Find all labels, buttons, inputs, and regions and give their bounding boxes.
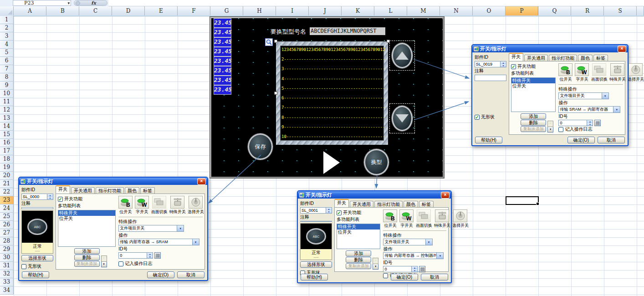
column-header-A[interactable]: A [14,6,46,15]
row-header-5[interactable]: 5 [0,49,14,57]
row-header-23[interactable]: 23 [0,196,14,204]
row-header-27[interactable]: 27 [0,229,14,237]
column-header-P[interactable]: P [506,6,538,15]
special-op-dropdown[interactable]: 文件项目开关 ▼ [383,239,432,245]
column-header-C[interactable]: C [79,6,112,15]
hmi-model-value-field[interactable]: ABCDEFGHIJKLMNOPQRST [310,27,385,35]
play-arrow-graphic[interactable] [323,151,340,174]
switch-type-0[interactable]: B位开关 [118,196,133,215]
list-item-0[interactable]: 特殊开关 [511,78,555,83]
switch-type-1[interactable]: W字开关 [135,196,149,215]
row-header-8[interactable]: 8 [0,73,14,82]
row-header-34[interactable]: 34 [0,286,14,295]
switch-type-0[interactable]: B位开关 [383,209,397,229]
list-item-1[interactable]: 位开关 [337,230,380,235]
cancel-button[interactable]: 取消 [598,137,625,143]
column-header-F[interactable]: F [178,6,210,15]
id-spinner[interactable]: 0 ▲▼ [383,266,418,272]
switch-type-3[interactable]: 特殊开关 [609,63,625,82]
row-header-6[interactable]: 6 [0,57,14,65]
row-header-17[interactable]: 17 [0,147,14,155]
row-header-28[interactable]: 28 [0,237,14,245]
keypad-button[interactable] [594,120,601,126]
select-shape-button[interactable]: 选择形状 [21,255,53,261]
multi-function-listbox[interactable]: 特殊开关位开关 [58,210,116,247]
numeric-display-7[interactable]: 23.45 [214,85,231,95]
switch-type-3[interactable]: 特殊开关 [169,196,185,215]
row-header-31[interactable]: 31 [0,262,14,270]
tab-0[interactable]: 开关 [56,185,70,194]
row-header-26[interactable]: 26 [0,221,14,229]
dialog-titlebar[interactable]: 开关/指示灯 × [19,178,207,185]
copy-add-dropdown[interactable]: - ▼ [547,121,553,133]
tab-1[interactable]: 开关通用 [524,55,548,61]
row-header-16[interactable]: 16 [0,139,14,147]
switch-dialog-sl0000[interactable]: 开关/指示灯 × 部件ID SL_0000 ▲▼ 注释 ABC 正常 - [18,177,208,281]
numeric-display-6[interactable]: 23.45 [214,76,231,85]
comment-field[interactable] [475,75,506,81]
tab-0[interactable]: 开关 [509,53,523,61]
add-button[interactable]: 添加 [346,250,371,256]
select-all-corner[interactable] [0,6,14,15]
numeric-display-5[interactable]: 23.45 [214,66,231,76]
column-header-E[interactable]: E [145,6,178,15]
tab-3[interactable]: 颜色 [578,55,593,61]
operation-dropdown[interactable]: 传输 内部寄存器 → SRAM ▼ [118,239,199,245]
column-header-D[interactable]: D [112,6,145,15]
hmi-screen-panel[interactable]: 23.4523.4523.4523.4523.4523.4523.4523.45… [210,17,444,178]
column-header-R[interactable]: R [571,6,604,15]
ok-button[interactable]: 确定(O) [147,271,174,278]
operation-dropdown[interactable]: 传输 SRAM → 内部寄存器 ▼ [558,106,620,113]
column-header-S[interactable]: S [604,6,637,15]
column-header-J[interactable]: J [309,6,342,15]
list-item-1[interactable]: 位开关 [58,216,115,221]
column-header-O[interactable]: O [473,6,506,15]
insert-function-button[interactable]: fx [74,0,107,6]
column-header-H[interactable]: H [243,6,276,15]
row-header-9[interactable]: 9 [0,82,14,90]
fill-handle[interactable] [536,202,539,205]
formula-input[interactable] [108,0,644,6]
list-item-0[interactable]: 特殊开关 [58,210,115,216]
tab-3[interactable]: 颜色 [125,187,139,194]
name-box[interactable]: P23 ▼ [13,0,71,6]
tab-2[interactable]: 指示灯功能 [96,187,124,194]
dialog-titlebar[interactable]: 开关/指示灯 × [298,191,451,199]
row-header-24[interactable]: 24 [0,204,14,213]
row-header-3[interactable]: 3 [0,32,14,41]
part-id-spinner[interactable]: SL_0000 ▲▼ [21,194,53,200]
comment-field[interactable] [300,221,332,222]
row-header-33[interactable]: 33 [0,278,14,286]
row-header-19[interactable]: 19 [0,163,14,172]
close-icon[interactable]: × [441,192,450,199]
row-header-11[interactable]: 11 [0,98,14,106]
column-header-partial[interactable] [637,6,644,15]
multi-function-listbox[interactable]: 特殊开关位开关 [511,77,556,112]
row-header-2[interactable]: 2 [0,24,14,32]
switch-dialog-sl0019[interactable]: 开关/指示灯 × 部件ID SL_0019 ▲▼ 注释 ✓ 无形状 开关开关通用… [471,44,629,146]
row-header-18[interactable]: 18 [0,155,14,163]
copy-add-button[interactable]: 复制并添加 [521,126,546,132]
log-checkbox[interactable]: 记入操作日志 [558,126,623,133]
special-op-dropdown[interactable]: 文件项目开关 ▼ [558,92,608,99]
change-model-button[interactable]: 换型 [364,149,389,175]
switch-type-2[interactable]: 画面切换 [591,63,607,82]
keypad-button[interactable] [419,266,425,272]
switch-function-checkbox[interactable]: ✓ 开关功能 [337,209,380,216]
ok-button[interactable]: 确定(O) [567,137,595,143]
spin-down-icon[interactable]: ▼ [501,64,506,67]
numeric-display-2[interactable]: 23.45 [214,37,231,47]
operation-dropdown[interactable]: 传输 内部寄存器 → 控制器/PLC ▼ [383,252,444,259]
switch-function-checkbox[interactable]: ✓ 开关功能 [511,63,556,70]
selection-handle[interactable] [387,40,390,43]
switch-dialog-sl0001[interactable]: 开关/指示灯 × 部件ID SL_0001 ▲▼ 注释 ABC 正常 - [297,190,452,283]
delete-button[interactable]: 删除 [521,120,546,126]
row-header-30[interactable]: 30 [0,254,14,262]
spin-down-icon[interactable]: ▼ [147,255,153,258]
help-button[interactable]: 帮助(H) [475,137,502,143]
copy-add-dropdown[interactable]: - ▼ [101,255,107,267]
hmi-file-list-widget[interactable]: 1234567890123456789012345678901234567890… [276,41,388,145]
select-shape-button[interactable]: 选择形状 [300,261,332,268]
add-button[interactable]: 添加 [74,248,100,254]
multi-function-listbox[interactable]: 特殊开关位开关 [337,224,380,249]
